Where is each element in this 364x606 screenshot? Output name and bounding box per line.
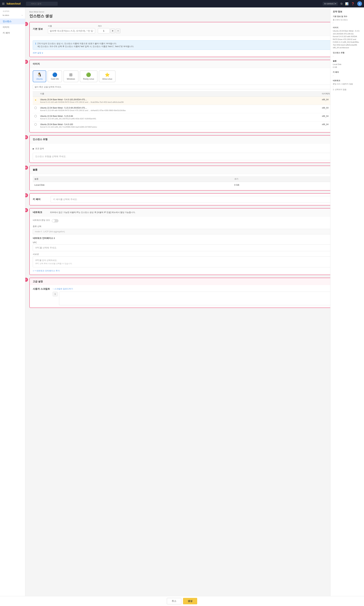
count-increment-button[interactable]: + xyxy=(110,28,115,33)
os-tab-ubuntu[interactable]: 🐧 Ubuntu xyxy=(33,70,46,82)
os-tab-rocky[interactable]: 🟢 Rocky Linux xyxy=(80,70,97,82)
search-input[interactable] xyxy=(26,2,58,6)
image-radio[interactable] xyxy=(34,123,37,126)
summary-network-title: 네트워크 xyxy=(333,79,362,82)
image-row[interactable]: ● Ubuntu 20.04 Bare Metal - 5.4.0-163 (N… xyxy=(33,97,357,105)
image-radio-cell[interactable] xyxy=(33,113,39,121)
advanced-header[interactable]: 고급 설정 ∧ xyxy=(30,278,360,285)
count-input[interactable] xyxy=(98,28,110,33)
instance-type-placeholder: 인스턴스 유형을 선택해 주세요. xyxy=(35,155,66,158)
basic-info-form: 이름 개수 + − xyxy=(48,25,120,33)
summary-image: 이미지 Ubuntu 20.04 Bare Metal - 5.4.0-163 … xyxy=(333,26,362,49)
add-network-button[interactable]: + + 네트워크 인터페이스 추가 xyxy=(33,269,357,272)
search-wrapper: 🔍 xyxy=(26,2,58,6)
image-row[interactable]: Ubuntu 22.04 Bare Metal - 5.15.0-84 Kern… xyxy=(33,113,357,121)
vpc-dropdown[interactable]: VPC를 선택해 주세요. ▾ xyxy=(33,244,357,251)
image-table-name-header: 이름 xyxy=(39,91,320,97)
name-input[interactable] xyxy=(48,28,95,33)
type-label: 종류 선택 xyxy=(33,225,357,228)
summary-instance-type: 인스턴스 유형 - xyxy=(333,52,362,58)
layout-icon[interactable]: ⧉ xyxy=(340,2,342,5)
service-breadcrumb: Bare Metal Server xyxy=(29,11,360,13)
instance-type-dropdown[interactable]: 인스턴스 유형을 선택해 주세요. ▾ xyxy=(33,153,357,160)
monitor-icon[interactable]: 📊 xyxy=(345,2,349,5)
image-detail: Kernel 5.15.0-84 with NVIDIA R470 Driver… xyxy=(40,109,318,111)
detail-settings-button[interactable]: 세부 설정 ▾ xyxy=(33,52,357,54)
image-table-radio-col xyxy=(33,91,39,97)
image-radio[interactable] xyxy=(34,115,37,117)
os-tab-centos[interactable]: 🔵 Cent OS xyxy=(48,70,62,82)
image-radio-cell[interactable]: ● xyxy=(33,97,39,105)
keypair-dropdown[interactable]: 키 페어를 선택해 주세요. ▾ xyxy=(51,196,357,203)
volume-body: 볼륨 크기 Local Disk 0 GB xyxy=(30,174,360,190)
help-icon[interactable]: ❓ xyxy=(351,2,354,5)
script-textarea[interactable] xyxy=(59,292,357,305)
summary-volume-sub: Local Disk xyxy=(333,63,362,66)
script-editor-row: 1 xyxy=(53,292,357,305)
info-box: ℹ 2개 이상의 인스턴스 생성 시, 인스턴스 이름에 자동으로 번호가 붙어… xyxy=(33,40,357,50)
summary-network-interface: 1: 선택되지 않음 xyxy=(333,88,362,91)
main-layout: 프로젝트 kc-docs › 인스턴스 이미지 키 페어 사용자 가이드 ↗ B… xyxy=(0,7,364,606)
image-header: 이미지 xyxy=(30,60,360,68)
summary-network-bonding: 본딩 모드 사용하지 않음 xyxy=(333,82,362,85)
bonding-toggle[interactable] xyxy=(52,219,59,222)
image-section: 이미지 🐧 Ubuntu 🔵 Cent OS ⊞ xyxy=(29,60,360,133)
summary-image-value: Ubuntu 20.04 Bare Metal - 5.4.0-163 (NVI… xyxy=(333,29,362,35)
condition-search-button[interactable]: ▶ 조건 검색 xyxy=(33,146,357,151)
sidebar-item-keypair[interactable]: 키 페어 xyxy=(0,30,25,36)
network-body: 네트워크 본딩 모드 종류 선택 mode 4 : LACP (link agg… xyxy=(30,216,360,275)
info-main-text: 2개 이상의 인스턴스 생성 시, 인스턴스 이름에 자동으로 번호가 붙어 이… xyxy=(38,42,134,45)
nav-right: kr-central-2 ▾ ⧉ 📊 ❓ S xyxy=(323,1,362,6)
sidebar-item-image[interactable]: 이미지 xyxy=(0,24,25,30)
volume-name-header: 볼륨 xyxy=(33,176,233,182)
type-value: mode 4 : LACP (link aggregation) xyxy=(35,230,65,233)
basic-info-section: 기본 정보 이름 개수 + − xyxy=(29,22,360,57)
main-content: Bare Metal Server 인스턴스 생성 1 기본 정보 이름 개수 xyxy=(25,7,364,606)
image-title: 이미지 xyxy=(33,62,48,66)
summary-image-detail: Kernel 5.4.0-163 with NVIDIA R470 Driver… xyxy=(333,35,362,49)
interface-title: 네트워크 인터페이스 1 xyxy=(33,237,357,240)
image-body: 🐧 Ubuntu 🔵 Cent OS ⊞ Windows 🟢 xyxy=(30,68,360,132)
image-radio-cell[interactable] xyxy=(33,105,39,113)
os-tab-windows[interactable]: ⊞ Windows xyxy=(64,70,78,82)
image-name-cell: Ubuntu 22.04 Bare Metal - 5.15.0-84 (NVI… xyxy=(39,105,320,113)
image-radio[interactable] xyxy=(34,107,37,109)
create-button[interactable]: 생성 xyxy=(183,598,197,604)
script-upload-button[interactable]: ↑ 스크립트 업로드하기 xyxy=(53,287,357,290)
summary-volume-value: 0 GB xyxy=(333,66,362,69)
count-decrement-button[interactable]: − xyxy=(116,28,120,33)
os-tab-ubuntu-label: Ubuntu xyxy=(36,78,43,80)
keypair-body: 키 페어 키 페어를 선택해 주세요. ▾ xyxy=(30,194,360,205)
image-filter-input[interactable] xyxy=(33,85,357,89)
os-tab-alma[interactable]: ⭐ Alma Linux xyxy=(99,70,116,82)
ubuntu-icon: 🐧 xyxy=(37,72,42,77)
section1-wrapper: 1 기본 정보 이름 개수 + − xyxy=(29,22,360,57)
instance-type-header: 인스턴스 유형 xyxy=(30,135,360,144)
script-line-number: 1 xyxy=(53,292,58,296)
instance-type-section: 인스턴스 유형 ▶ 조건 검색 인스턴스 유형을 선택해 주세요. ▾ xyxy=(29,135,360,163)
subnet-dropdown[interactable]: VPC를 먼저 선택하세요. VPC 선택 후에 서브넷을 선택할 수 있습니다… xyxy=(33,256,357,267)
section6-wrapper: 6 네트워크 외부에서 접근 가능한 퍼블릭 IP는 인스턴스 생성 후 [퍼블… xyxy=(29,208,360,275)
image-table: 이름 아키텍처 ● Ubuntu 20.04 Bare Metal - 5.4.… xyxy=(33,91,357,130)
region-selector[interactable]: kr-central-2 ▾ xyxy=(323,2,338,6)
image-name: Ubuntu 22.04 Bare Metal - 5.15.0-84 xyxy=(40,115,318,117)
info-example-text: 예) 인스턴스 개수-2개 선택 후 인스턴스 이름에 'test' 입력 시,… xyxy=(38,45,134,48)
avatar[interactable]: S xyxy=(357,1,362,6)
info-icon: ℹ xyxy=(35,42,36,48)
summary-network: 네트워크 본딩 모드 사용하지 않음 - 1: 선택되지 않음 xyxy=(333,79,362,91)
sidebar-item-label: 이미지 xyxy=(3,26,9,29)
step-4-circle: 4 xyxy=(25,166,28,170)
cancel-button[interactable]: 취소 xyxy=(167,598,181,604)
project-selector[interactable]: kc-docs › xyxy=(0,13,25,17)
image-row[interactable]: Ubuntu 20.04 Bare Metal - 5.4.0-163 Kern… xyxy=(33,121,357,130)
top-navigation: ⊞ kakaocloud 🔍 kr-central-2 ▾ ⧉ 📊 ❓ S xyxy=(0,0,364,7)
image-row[interactable]: Ubuntu 22.04 Bare Metal - 5.15.0-84 (NVI… xyxy=(33,105,357,113)
keypair-section: 키 페어 키 페어를 선택해 주세요. ▾ xyxy=(29,193,360,205)
grid-icon[interactable]: ⊞ xyxy=(2,2,5,6)
summary-basic-value: 총 1개의 인스턴스 xyxy=(333,18,362,21)
basic-info-header: 기본 정보 이름 개수 + − xyxy=(30,22,360,36)
sidebar-item-instance[interactable]: 인스턴스 xyxy=(0,19,25,24)
image-radio-cell[interactable] xyxy=(33,121,39,130)
keypair-row: 키 페어 키 페어를 선택해 주세요. ▾ xyxy=(33,196,357,203)
type-select-box[interactable]: mode 4 : LACP (link aggregation) ▾ xyxy=(33,229,357,234)
